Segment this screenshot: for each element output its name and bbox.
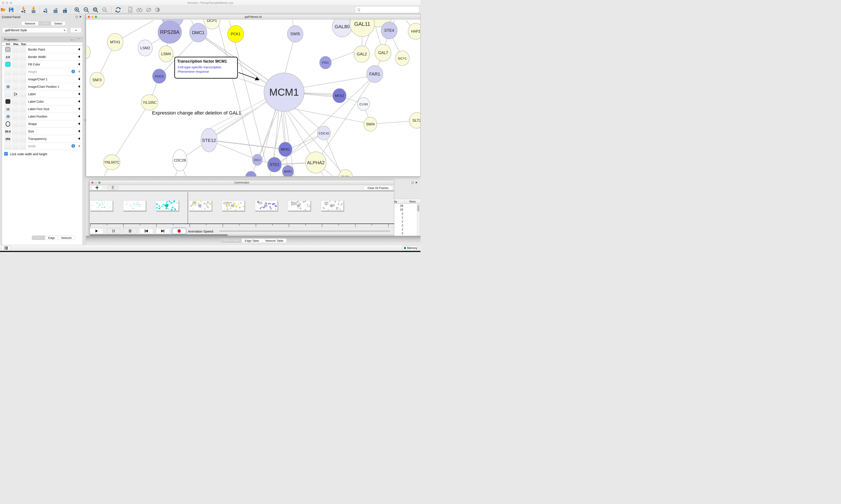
table-row[interactable]: 26: [394, 204, 417, 208]
memory-button[interactable]: Memory: [402, 246, 419, 250]
tab-network-table[interactable]: Network Table: [262, 238, 286, 243]
bypass-cell[interactable]: [19, 69, 26, 75]
network-node[interactable]: STE12: [201, 128, 217, 152]
bypass-cell[interactable]: [19, 128, 26, 134]
mapping-cell[interactable]: [12, 61, 19, 68]
mapping-cell[interactable]: [12, 76, 19, 82]
tab-network[interactable]: Network: [21, 21, 38, 25]
table-rows[interactable]: 26252122222: [394, 204, 417, 236]
table-row[interactable]: 2: [394, 228, 417, 231]
tab-style[interactable]: Style: [38, 21, 51, 25]
network-node[interactable]: STE4: [381, 22, 397, 39]
find-icon[interactable]: [136, 6, 143, 13]
property-row[interactable]: Border Paint: [2, 46, 83, 53]
export-image-icon[interactable]: [62, 6, 69, 13]
import-network-icon[interactable]: [20, 6, 27, 13]
style-options-button[interactable]: ▾: [70, 28, 82, 33]
collapse-all-icon[interactable]: ⌃⌃: [76, 38, 80, 41]
network-node[interactable]: [246, 171, 256, 177]
table-close-icon[interactable]: ✕: [415, 181, 419, 184]
skip-to-end-icon[interactable]: [156, 228, 169, 234]
expand-arrow-icon[interactable]: [78, 145, 80, 147]
tab-node-table[interactable]: Node Table: [221, 238, 241, 243]
expand-arrow-icon[interactable]: [78, 48, 80, 51]
tab-network-bottom[interactable]: Network: [58, 236, 75, 240]
default-value-cell[interactable]: [5, 46, 11, 53]
network-node[interactable]: GIC2: [252, 154, 262, 165]
close-panel-icon[interactable]: ✕: [79, 15, 83, 18]
tab-edge[interactable]: Edge: [45, 236, 58, 240]
network-edge[interactable]: [283, 111, 288, 170]
property-row[interactable]: Image/Chart Position 1: [2, 83, 83, 90]
clear-all-frames-button[interactable]: Clear All Frames: [364, 186, 392, 190]
expand-all-icon[interactable]: ⌄⌄: [70, 38, 75, 41]
network-node[interactable]: MTH1: [107, 33, 123, 51]
tab-select[interactable]: Select: [51, 21, 66, 25]
network-node[interactable]: STE2: [267, 157, 282, 172]
network-node[interactable]: LSM4: [159, 46, 173, 62]
info-icon[interactable]: i: [71, 144, 75, 148]
expand-arrow-icon[interactable]: [78, 78, 80, 80]
timeline-frame[interactable]: MCM1: [189, 200, 212, 211]
skip-to-start-icon[interactable]: [140, 228, 153, 234]
zoom-out-icon[interactable]: [83, 6, 90, 13]
network-node[interactable]: GCY1: [395, 51, 409, 66]
network-node[interactable]: SWI4: [364, 117, 377, 131]
bypass-cell[interactable]: [19, 98, 26, 105]
network-node[interactable]: TUP1: [339, 169, 352, 177]
search-input[interactable]: [362, 7, 417, 12]
network-node[interactable]: [86, 46, 90, 59]
table-row[interactable]: 1: [394, 216, 417, 220]
network-edge[interactable]: [213, 102, 267, 131]
mapping-cell[interactable]: [12, 128, 19, 134]
default-value-cell[interactable]: [5, 98, 11, 105]
property-row[interactable]: Shape: [2, 120, 83, 128]
import-table-icon[interactable]: [30, 6, 37, 13]
property-row[interactable]: Image/Chart 1: [2, 75, 83, 83]
network-node[interactable]: MFA2: [333, 88, 346, 103]
expand-arrow-icon[interactable]: [78, 70, 80, 73]
property-row[interactable]: Fill Color: [2, 61, 83, 68]
stop-icon[interactable]: [123, 228, 137, 234]
bypass-cell[interactable]: [19, 121, 26, 127]
annotation-box[interactable]: Transcription factor MCM1 Cell-type-spec…: [174, 57, 238, 78]
bypass-cell[interactable]: [19, 113, 26, 120]
network-node[interactable]: MCM1: [264, 73, 304, 111]
default-value-cell[interactable]: [5, 76, 11, 82]
property-row[interactable]: Heighti: [2, 68, 83, 75]
table-row[interactable]: 2: [394, 223, 417, 228]
bypass-cell[interactable]: [19, 76, 26, 82]
bypass-cell[interactable]: [19, 143, 26, 149]
network-node[interactable]: DCP1: [204, 19, 220, 29]
network-node[interactable]: BAR1: [282, 165, 294, 177]
network-node[interactable]: GAL11: [350, 19, 375, 37]
annotation-link-2[interactable]: Pheromone response: [178, 69, 235, 74]
play-icon[interactable]: [90, 228, 103, 234]
network-node[interactable]: HAP2: [408, 23, 420, 39]
tab-node[interactable]: Node: [32, 236, 45, 240]
default-value-cell[interactable]: [5, 113, 11, 120]
open-session-icon[interactable]: [0, 6, 6, 13]
export-table-icon[interactable]: [53, 6, 59, 13]
bypass-cell[interactable]: [19, 91, 26, 97]
mapping-cell[interactable]: [12, 106, 19, 112]
trash-icon[interactable]: [108, 186, 118, 190]
speed-slider[interactable]: [219, 231, 390, 232]
timeline-frame[interactable]: MCM1: [288, 200, 310, 211]
network-node[interactable]: SNF3: [90, 72, 104, 88]
table-scrollbar[interactable]: [417, 204, 419, 236]
network-edge[interactable]: [273, 111, 279, 163]
table-row[interactable]: 25: [394, 208, 417, 212]
property-row[interactable]: Label Position: [2, 113, 83, 120]
mapping-cell[interactable]: [12, 98, 19, 105]
mapping-cell[interactable]: [12, 113, 19, 120]
zoom-selected-icon[interactable]: [102, 6, 108, 13]
annotation-link-1[interactable]: Cell-type-specific transcription: [178, 65, 235, 69]
bypass-cell[interactable]: [19, 54, 26, 60]
style-selector[interactable]: galFiltered Style: [2, 28, 68, 33]
bypass-cell[interactable]: [19, 106, 26, 112]
table-row[interactable]: 2: [394, 231, 417, 235]
mapping-cell[interactable]: [12, 69, 19, 75]
network-node[interactable]: CLN3: [357, 97, 370, 111]
search-field[interactable]: [355, 6, 419, 13]
